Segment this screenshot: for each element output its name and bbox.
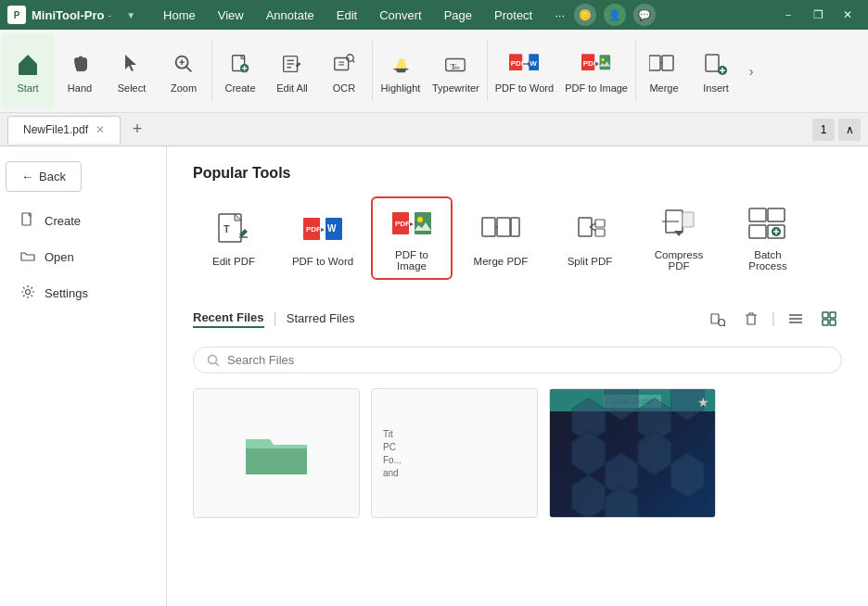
thumb-text-line2: PC (383, 442, 396, 452)
text-thumb-inner: Tit PC Fo... and (372, 389, 537, 517)
toolbar-ocr[interactable]: OCR (318, 33, 370, 108)
typewriter-icon: T (440, 49, 470, 79)
menu-edit[interactable]: Edit (327, 6, 366, 24)
toolbar-zoom[interactable]: Zoom (158, 33, 210, 108)
svg-rect-31 (600, 55, 611, 69)
svg-rect-56 (497, 218, 510, 236)
menu-page[interactable]: Page (435, 6, 481, 24)
toolbar-highlight[interactable]: Highlight (375, 33, 427, 108)
delete-file-button[interactable] (738, 306, 764, 332)
coins-icon[interactable]: 🪙 (574, 4, 596, 26)
insert-label: Insert (703, 82, 729, 94)
file-thumbnail-text[interactable]: Tit PC Fo... and (371, 388, 538, 518)
toolbar-hand[interactable]: Hand (54, 33, 106, 108)
svg-marker-94 (671, 453, 705, 497)
tool-pdf-to-image[interactable]: PDF PDF to Image (371, 196, 453, 280)
svg-marker-88 (605, 389, 638, 420)
toolbar: Start Hand Select Zoom (0, 30, 868, 113)
toolbar-start[interactable]: Start (2, 33, 54, 108)
starred-files-tab[interactable]: Starred Files (287, 311, 355, 327)
sidebar-item-settings[interactable]: Settings (6, 275, 160, 311)
svg-point-54 (417, 217, 423, 222)
search-bar (193, 347, 842, 373)
minimize-button[interactable]: － (775, 6, 801, 24)
menu-home[interactable]: Home (154, 6, 205, 24)
new-tab-button[interactable]: + (124, 117, 150, 143)
tool-split-pdf[interactable]: Split PDF (549, 196, 631, 280)
menu-convert[interactable]: Convert (370, 6, 431, 24)
tab-close-icon[interactable]: ✕ (96, 123, 105, 136)
toolbar-create[interactable]: Create (214, 33, 266, 108)
tool-batch-process[interactable]: Batch Process (727, 196, 809, 280)
star-button[interactable]: ★ (697, 395, 709, 410)
app-dropdown[interactable]: ▼ (126, 10, 135, 20)
insert-icon (701, 49, 731, 79)
highlight-icon (386, 49, 415, 79)
toolbar-insert[interactable]: Insert (690, 33, 742, 108)
tab-newfile1[interactable]: NewFile1.pdf ✕ (7, 116, 121, 144)
chat-icon[interactable]: 💬 (633, 4, 656, 26)
list-view-button[interactable] (783, 306, 809, 332)
toolbar-more-btn[interactable]: › (742, 33, 760, 108)
sidebar: ← Back Create Open (0, 146, 167, 606)
search-input[interactable] (227, 353, 828, 367)
svg-line-86 (216, 362, 220, 366)
svg-rect-58 (511, 218, 519, 236)
tool-pdf-to-word[interactable]: PDF W PDF to Word (282, 196, 364, 280)
pdftoimagex-icon: PDF (581, 49, 611, 79)
toolbar-sep-3 (487, 41, 488, 101)
svg-rect-33 (649, 56, 660, 70)
menu-bar: Home View Annotate Edit Convert Page Pro… (154, 6, 574, 24)
tool-compress-pdf[interactable]: Compress PDF (638, 196, 720, 280)
svg-line-61 (590, 227, 595, 231)
sidebar-item-open[interactable]: Open (6, 239, 160, 275)
merge-label: Merge (649, 82, 678, 94)
svg-text:W: W (530, 58, 538, 67)
grid-view-button[interactable] (816, 306, 842, 332)
settings-sidebar-icon (20, 284, 35, 302)
svg-rect-67 (683, 212, 694, 227)
menu-protect[interactable]: Protect (485, 6, 542, 24)
svg-point-41 (26, 290, 31, 295)
tool-merge-pdf[interactable]: Merge PDF (460, 196, 542, 280)
app-version: - (108, 9, 111, 20)
editall-label: Edit All (276, 82, 308, 94)
create-icon (225, 49, 255, 79)
scan-file-button[interactable] (705, 306, 731, 332)
menu-more[interactable]: ··· (545, 6, 574, 24)
app-logo: P (7, 6, 26, 24)
collapse-tab-button[interactable]: ∧ (838, 119, 861, 141)
back-button[interactable]: ← Back (6, 161, 82, 192)
maximize-button[interactable]: ❐ (805, 6, 831, 24)
svg-rect-36 (706, 55, 719, 71)
svg-point-85 (209, 355, 217, 363)
menu-annotate[interactable]: Annotate (257, 6, 324, 24)
start-icon (13, 49, 43, 79)
search-icon (207, 354, 220, 367)
pdf-to-word-label: PDF to Word (292, 256, 353, 267)
menu-view[interactable]: View (209, 6, 253, 24)
toolbar-editall[interactable]: Edit All (266, 33, 318, 108)
files-tab-divider: | (274, 310, 277, 327)
tool-edit-pdf[interactable]: T Edit PDF (193, 196, 274, 280)
thumb-text-line4: and (383, 468, 399, 478)
svg-marker-1 (19, 55, 37, 64)
file-thumbnail-folder[interactable] (193, 388, 360, 518)
close-button[interactable]: ✕ (835, 6, 861, 24)
dark-thumb-inner: User Guide (550, 389, 715, 517)
toolbar-pdftoword[interactable]: PDF W PDF to Word (490, 33, 559, 108)
settings-sidebar-label: Settings (45, 286, 88, 300)
file-thumbnail-userguide[interactable]: User Guide (549, 388, 716, 518)
svg-marker-95 (572, 475, 606, 517)
svg-rect-83 (823, 320, 828, 325)
svg-text:T: T (451, 61, 457, 70)
toolbar-typewriter[interactable]: T Typewriter (427, 33, 485, 108)
edit-pdf-label: Edit PDF (212, 256, 255, 267)
sidebar-item-create[interactable]: Create (6, 203, 160, 239)
titlebar-icons: 🪙 👤 💬 (574, 4, 656, 26)
toolbar-merge[interactable]: Merge (638, 33, 690, 108)
user-avatar[interactable]: 👤 (604, 4, 626, 26)
toolbar-pdftoimagex[interactable]: PDF PDF to Image (559, 33, 633, 108)
toolbar-select[interactable]: Select (106, 33, 158, 108)
recent-files-tab[interactable]: Recent Files (193, 310, 264, 328)
